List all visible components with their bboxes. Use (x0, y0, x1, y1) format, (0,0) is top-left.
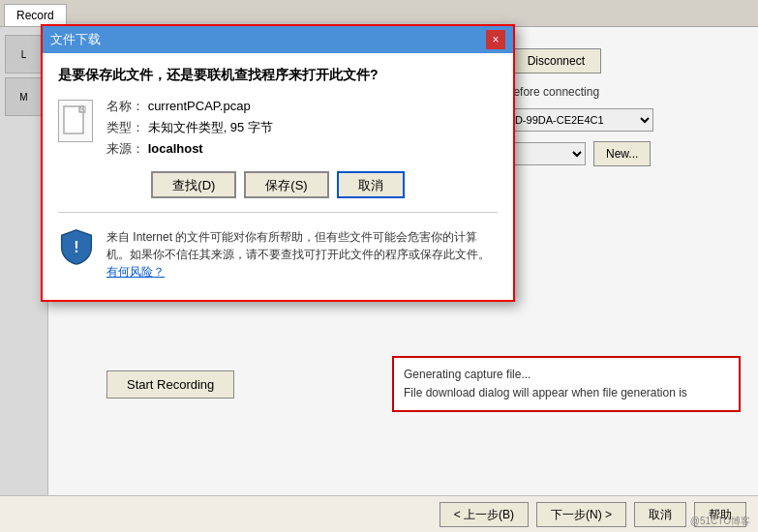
dialog-cancel-button[interactable]: 取消 (337, 171, 405, 198)
dialog-title-bar: 文件下载 × (43, 26, 513, 53)
file-type-row: 类型： 未知文件类型, 95 字节 (106, 119, 273, 136)
watermark: @51CTO博客 (690, 515, 750, 528)
warning-text: 来自 Internet 的文件可能对你有所帮助，但有些文件可能会危害你的计算机。… (106, 228, 498, 281)
source-label: 来源： (106, 141, 144, 156)
type-value: 未知文件类型, 95 字节 (148, 120, 273, 134)
dialog-buttons: 查找(D) 保存(S) 取消 (58, 171, 498, 198)
dialog-close-button[interactable]: × (486, 30, 505, 49)
dialog-body: 是要保存此文件，还是要联机查找程序来打开此文件? 名称： currentPCAP… (43, 53, 513, 300)
file-download-dialog: 文件下载 × 是要保存此文件，还是要联机查找程序来打开此文件? (41, 24, 515, 302)
dialog-question: 是要保存此文件，还是要联机查找程序来打开此文件? (58, 67, 498, 84)
prev-button[interactable]: < 上一步(B) (440, 502, 529, 527)
svg-text:!: ! (74, 238, 78, 255)
file-meta: 名称： currentPCAP.pcap 类型： 未知文件类型, 95 字节 来… (106, 98, 273, 158)
name-label: 名称： (106, 99, 144, 113)
name-value: currentPCAP.pcap (148, 99, 251, 113)
dialog-title: 文件下载 (50, 31, 101, 48)
dialog-divider (58, 212, 498, 213)
save-button[interactable]: 保存(S) (244, 171, 328, 198)
bottom-bar: < 上一步(B) 下一步(N) > 取消 帮助 @51CTO博客 (0, 495, 758, 532)
dialog-overlay: 文件下载 × 是要保存此文件，还是要联机查找程序来打开此文件? (0, 0, 758, 493)
find-button[interactable]: 查找(D) (151, 171, 236, 198)
file-name-row: 名称： currentPCAP.pcap (106, 98, 273, 115)
file-source-row: 来源： localhost (106, 140, 273, 158)
shield-icon: ! (58, 228, 95, 265)
source-value: localhost (148, 141, 203, 156)
cancel-button[interactable]: 取消 (634, 502, 686, 527)
main-window: Record L M t: Disconnect mote machine be… (0, 0, 758, 532)
next-button[interactable]: 下一步(N) > (536, 502, 626, 527)
dialog-warning: ! 来自 Internet 的文件可能对你有所帮助，但有些文件可能会危害你的计算… (58, 222, 498, 286)
file-icon (58, 100, 93, 142)
file-info-row: 名称： currentPCAP.pcap 类型： 未知文件类型, 95 字节 来… (58, 98, 498, 158)
type-label: 类型： (106, 120, 144, 134)
risk-link[interactable]: 有何风险？ (106, 265, 165, 279)
